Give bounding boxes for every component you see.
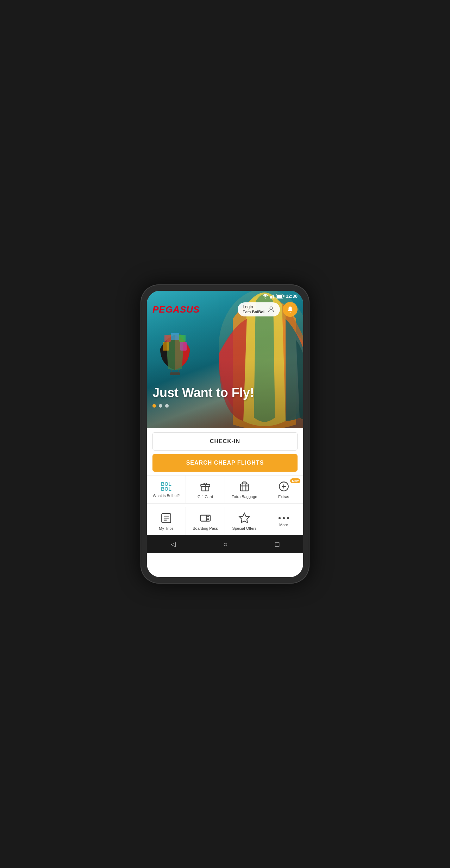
new-badge: New [290, 478, 300, 483]
gift-icon [199, 480, 211, 492]
carousel-dots [152, 404, 169, 408]
gift-card-grid-item[interactable]: Gift Card [186, 476, 225, 504]
phone-frame: 12:30 PEGASUS Login Earn BolBol [140, 284, 310, 584]
extra-baggage-label: Extra Baggage [232, 495, 257, 499]
svg-point-23 [270, 307, 272, 309]
signal-icon [270, 294, 275, 298]
status-bar: 12:30 [147, 291, 303, 299]
login-button[interactable]: Login Earn BolBol [238, 302, 280, 316]
login-earn: Earn BolBol [243, 310, 264, 314]
home-button[interactable]: ○ [216, 537, 235, 551]
time-display: 12:30 [286, 294, 298, 299]
bolbol-logo-text: BOLBOL [161, 482, 171, 491]
my-trips-grid-item[interactable]: My Trips [147, 507, 186, 535]
plus-circle-icon [278, 480, 290, 492]
boarding-pass-grid-item[interactable]: Boarding Pass [186, 507, 225, 535]
special-offers-label: Special Offers [232, 526, 257, 531]
extras-label: Extras [278, 495, 289, 499]
special-offers-grid-item[interactable]: Special Offers [225, 507, 264, 535]
login-label: Login [243, 304, 264, 309]
svg-rect-18 [273, 295, 274, 298]
bell-icon [286, 306, 294, 313]
my-trips-label: My Trips [159, 526, 174, 531]
svg-rect-38 [200, 515, 210, 521]
battery-icon [276, 294, 285, 298]
check-in-button[interactable]: CHECK-IN [152, 432, 298, 451]
feature-grid-row1: BOLBOL What is Bolbol? Gift Card [147, 475, 303, 504]
android-nav-bar: ◁ ○ □ [147, 535, 303, 553]
search-flights-button[interactable]: SEARCH CHEAP FLIGHTS [152, 454, 298, 472]
svg-point-44 [283, 517, 285, 519]
extra-baggage-grid-item[interactable]: Extra Baggage [225, 476, 264, 504]
login-text-block: Login Earn BolBol [243, 304, 264, 314]
wifi-icon [262, 294, 268, 298]
baggage-icon [238, 480, 250, 492]
svg-marker-42 [239, 513, 249, 523]
recents-button[interactable]: □ [268, 537, 286, 551]
feature-grid-row2: My Trips Boarding Pass Special Offers [147, 507, 303, 535]
hero-tagline: Just Want to Fly! [152, 386, 303, 400]
svg-rect-22 [277, 295, 282, 298]
hero-section: 12:30 PEGASUS Login Earn BolBol [147, 291, 303, 428]
boarding-pass-label: Boarding Pass [193, 526, 218, 531]
list-icon [160, 512, 172, 524]
more-label: More [279, 523, 288, 527]
action-buttons-section: CHECK-IN SEARCH CHEAP FLIGHTS [147, 428, 303, 472]
carousel-dot-2[interactable] [159, 404, 162, 408]
user-icon [267, 306, 275, 313]
gift-card-label: Gift Card [198, 495, 213, 499]
bolbol-label: What is Bolbol? [153, 493, 180, 498]
phone-screen: 12:30 PEGASUS Login Earn BolBol [147, 291, 303, 577]
app-header: PEGASUS Login Earn BolBol [147, 302, 303, 317]
svg-rect-19 [274, 297, 275, 298]
bolbol-text: BolBol [252, 310, 264, 314]
svg-rect-17 [271, 296, 272, 298]
star-icon [238, 512, 250, 524]
notification-button[interactable] [283, 302, 298, 317]
svg-point-45 [287, 517, 289, 519]
svg-point-15 [265, 298, 266, 298]
bolbol-grid-item[interactable]: BOLBOL What is Bolbol? [147, 476, 186, 504]
svg-rect-27 [240, 484, 249, 491]
carousel-dot-3[interactable] [165, 404, 169, 408]
svg-rect-21 [283, 295, 284, 297]
svg-rect-16 [270, 296, 271, 298]
more-dots-icon [278, 516, 290, 521]
extras-grid-item[interactable]: New Extras [264, 476, 303, 504]
back-button[interactable]: ◁ [164, 537, 183, 551]
svg-point-43 [279, 517, 281, 519]
carousel-dot-1[interactable] [152, 404, 156, 408]
hero-tagline-text: Just Want to Fly! [152, 386, 303, 400]
pegasus-logo: PEGASUS [152, 304, 200, 315]
more-grid-item[interactable]: More [264, 507, 303, 535]
header-actions: Login Earn BolBol [238, 302, 298, 317]
boarding-pass-icon [199, 512, 211, 524]
